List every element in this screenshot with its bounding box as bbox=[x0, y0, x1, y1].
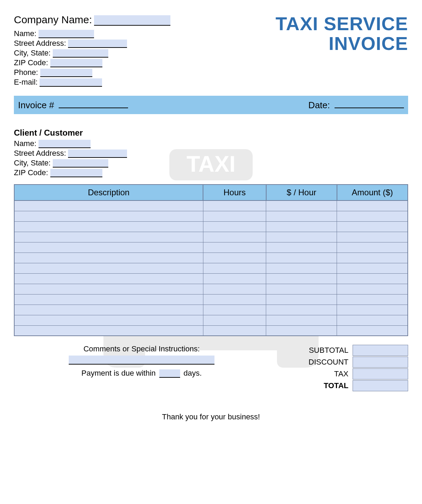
cell-hours[interactable] bbox=[203, 305, 266, 315]
cell-hours[interactable] bbox=[203, 263, 266, 273]
cell-amount[interactable] bbox=[337, 263, 408, 273]
discount-value[interactable] bbox=[353, 357, 408, 368]
table-row bbox=[14, 221, 408, 232]
cell-hours[interactable] bbox=[203, 284, 266, 294]
totals-block: SUBTOTAL DISCOUNT TAX TOTAL bbox=[283, 344, 408, 392]
header-amount: Amount ($) bbox=[337, 185, 408, 200]
cell-amount[interactable] bbox=[337, 294, 408, 305]
cell-rate[interactable] bbox=[266, 253, 337, 263]
total-value[interactable] bbox=[353, 380, 408, 391]
cell-hours[interactable] bbox=[203, 325, 266, 336]
cell-amount[interactable] bbox=[337, 273, 408, 284]
table-row bbox=[14, 305, 408, 315]
cell-hours[interactable] bbox=[203, 315, 266, 325]
cell-description[interactable] bbox=[14, 232, 203, 242]
cell-rate[interactable] bbox=[266, 263, 337, 273]
cell-description[interactable] bbox=[14, 315, 203, 325]
cell-description[interactable] bbox=[14, 294, 203, 305]
comments-heading: Comments or Special Instructions: bbox=[14, 344, 269, 353]
cell-rate[interactable] bbox=[266, 242, 337, 253]
cell-hours[interactable] bbox=[203, 232, 266, 242]
comments-input[interactable] bbox=[69, 356, 214, 365]
cell-hours[interactable] bbox=[203, 200, 266, 211]
name-label: Name: bbox=[14, 29, 36, 38]
payment-suffix: days. bbox=[184, 369, 202, 377]
table-row bbox=[14, 315, 408, 325]
zip-input[interactable] bbox=[50, 59, 102, 67]
cell-description[interactable] bbox=[14, 221, 203, 232]
cell-rate[interactable] bbox=[266, 232, 337, 242]
client-name-input[interactable] bbox=[39, 140, 91, 148]
cell-rate[interactable] bbox=[266, 325, 337, 336]
zip-label: ZIP Code: bbox=[14, 58, 48, 67]
cell-amount[interactable] bbox=[337, 221, 408, 232]
total-label: TOTAL bbox=[283, 381, 353, 390]
payment-days-input[interactable] bbox=[159, 369, 180, 378]
invoice-number-input[interactable] bbox=[59, 99, 128, 108]
cell-description[interactable] bbox=[14, 325, 203, 336]
invoice-bar: Invoice # Date: bbox=[14, 96, 408, 114]
client-zip-input[interactable] bbox=[50, 169, 102, 177]
cell-hours[interactable] bbox=[203, 242, 266, 253]
company-name-input[interactable] bbox=[94, 15, 170, 26]
phone-label: Phone: bbox=[14, 68, 38, 77]
phone-input[interactable] bbox=[40, 69, 92, 77]
cell-description[interactable] bbox=[14, 200, 203, 211]
cell-rate[interactable] bbox=[266, 315, 337, 325]
cell-amount[interactable] bbox=[337, 211, 408, 221]
cell-amount[interactable] bbox=[337, 325, 408, 336]
cell-rate[interactable] bbox=[266, 200, 337, 211]
table-row bbox=[14, 273, 408, 284]
title-line-1: TAXI SERVICE bbox=[276, 14, 408, 34]
cell-description[interactable] bbox=[14, 211, 203, 221]
city-state-label: City, State: bbox=[14, 49, 51, 58]
cell-description[interactable] bbox=[14, 263, 203, 273]
cell-amount[interactable] bbox=[337, 315, 408, 325]
company-name-label: Company Name: bbox=[14, 14, 92, 26]
cell-amount[interactable] bbox=[337, 253, 408, 263]
email-input[interactable] bbox=[40, 78, 102, 87]
cell-hours[interactable] bbox=[203, 221, 266, 232]
cell-rate[interactable] bbox=[266, 305, 337, 315]
date-input[interactable] bbox=[335, 99, 404, 108]
cell-description[interactable] bbox=[14, 305, 203, 315]
client-name-label: Name: bbox=[14, 139, 36, 148]
name-input[interactable] bbox=[39, 30, 94, 38]
client-city-state-label: City, State: bbox=[14, 159, 51, 168]
invoice-number-label: Invoice # bbox=[18, 100, 54, 110]
street-label: Street Address: bbox=[14, 39, 66, 48]
discount-label: DISCOUNT bbox=[283, 358, 353, 367]
cell-amount[interactable] bbox=[337, 200, 408, 211]
cell-hours[interactable] bbox=[203, 273, 266, 284]
cell-amount[interactable] bbox=[337, 305, 408, 315]
cell-rate[interactable] bbox=[266, 294, 337, 305]
cell-amount[interactable] bbox=[337, 242, 408, 253]
client-street-input[interactable] bbox=[68, 150, 127, 158]
table-row bbox=[14, 325, 408, 336]
payment-prefix: Payment is due within bbox=[82, 369, 156, 377]
cell-rate[interactable] bbox=[266, 211, 337, 221]
table-row bbox=[14, 294, 408, 305]
cell-hours[interactable] bbox=[203, 253, 266, 263]
cell-amount[interactable] bbox=[337, 284, 408, 294]
cell-hours[interactable] bbox=[203, 211, 266, 221]
cell-rate[interactable] bbox=[266, 284, 337, 294]
client-street-label: Street Address: bbox=[14, 149, 66, 158]
street-input[interactable] bbox=[68, 40, 127, 48]
cell-amount[interactable] bbox=[337, 232, 408, 242]
cell-description[interactable] bbox=[14, 284, 203, 294]
table-row bbox=[14, 211, 408, 221]
client-city-state-input[interactable] bbox=[53, 159, 108, 168]
cell-description[interactable] bbox=[14, 273, 203, 284]
cell-hours[interactable] bbox=[203, 294, 266, 305]
cell-description[interactable] bbox=[14, 253, 203, 263]
thank-you-message: Thank you for your business! bbox=[14, 412, 408, 421]
cell-description[interactable] bbox=[14, 242, 203, 253]
email-label: E-mail: bbox=[14, 78, 37, 87]
line-items-table: Description Hours $ / Hour Amount ($) bbox=[14, 184, 408, 336]
city-state-input[interactable] bbox=[53, 49, 108, 58]
tax-value[interactable] bbox=[353, 368, 408, 379]
subtotal-value[interactable] bbox=[353, 345, 408, 356]
cell-rate[interactable] bbox=[266, 273, 337, 284]
cell-rate[interactable] bbox=[266, 221, 337, 232]
